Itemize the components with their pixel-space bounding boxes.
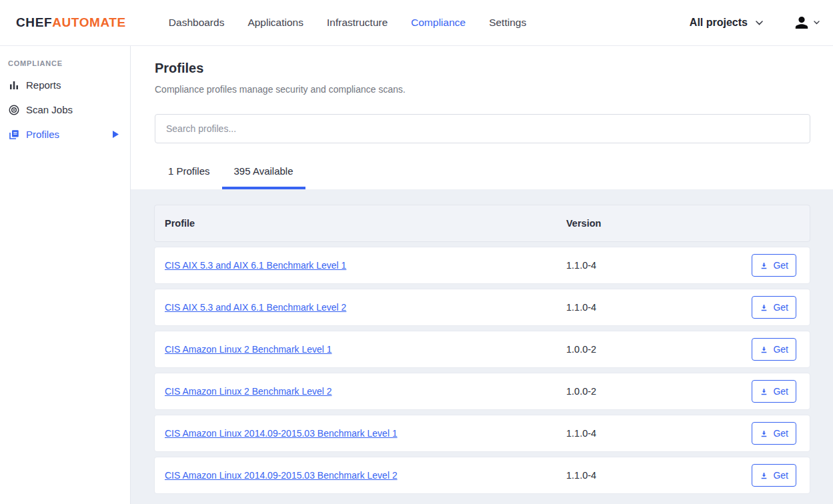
top-navigation: CHEFAUTOMATE Dashboards Applications Inf… bbox=[0, 0, 833, 46]
tab-label: 1 Profiles bbox=[168, 165, 210, 177]
sidebar-section-label: COMPLIANCE bbox=[0, 59, 130, 67]
search-input[interactable] bbox=[155, 114, 810, 143]
page-subtitle: Compliance profiles manage security and … bbox=[155, 84, 810, 95]
get-button-label: Get bbox=[773, 470, 788, 481]
user-menu[interactable] bbox=[794, 15, 820, 31]
get-button-label: Get bbox=[773, 428, 788, 439]
download-icon bbox=[760, 471, 768, 480]
bar-chart-icon bbox=[8, 79, 20, 91]
get-button-label: Get bbox=[773, 302, 788, 313]
get-profile-button[interactable]: Get bbox=[752, 380, 796, 403]
logo-automate-text: AUTOMATE bbox=[52, 15, 126, 30]
compliance-sidebar: COMPLIANCE Reports Scan Jobs Profiles bbox=[0, 46, 131, 504]
sidebar-item-scan-jobs[interactable]: Scan Jobs bbox=[0, 97, 130, 122]
radar-icon bbox=[8, 104, 20, 116]
profile-link[interactable]: CIS AIX 5.3 and AIX 6.1 Benchmark Level … bbox=[165, 302, 346, 313]
download-icon bbox=[760, 261, 768, 270]
logo-chef-text: CHEF bbox=[16, 15, 52, 30]
download-icon bbox=[760, 345, 768, 354]
sidebar-item-profiles[interactable]: Profiles bbox=[0, 122, 130, 147]
profile-version: 1.1.0-4 bbox=[566, 260, 752, 271]
nav-applications[interactable]: Applications bbox=[247, 17, 303, 29]
profile-link[interactable]: CIS AIX 5.3 and AIX 6.1 Benchmark Level … bbox=[165, 260, 346, 271]
get-profile-button[interactable]: Get bbox=[752, 464, 796, 487]
download-icon bbox=[760, 387, 768, 396]
profile-link[interactable]: CIS Amazon Linux 2014.09-2015.03 Benchma… bbox=[165, 428, 397, 439]
tab-label: 395 Available bbox=[234, 165, 293, 177]
get-button-label: Get bbox=[773, 386, 788, 397]
projects-filter-label: All projects bbox=[690, 17, 748, 29]
chevron-down-icon bbox=[814, 21, 820, 25]
get-profile-button[interactable]: Get bbox=[752, 254, 796, 277]
table-row: CIS Amazon Linux 2014.09-2015.03 Benchma… bbox=[154, 457, 810, 494]
page-header: Profiles Compliance profiles manage secu… bbox=[131, 46, 833, 189]
download-icon bbox=[760, 429, 768, 438]
documents-icon bbox=[8, 129, 20, 141]
profile-version: 1.0.0-2 bbox=[566, 386, 752, 397]
profile-link[interactable]: CIS Amazon Linux 2 Benchmark Level 1 bbox=[165, 344, 332, 355]
profile-version: 1.1.0-4 bbox=[566, 428, 752, 439]
nav-settings[interactable]: Settings bbox=[489, 17, 526, 29]
get-button-label: Get bbox=[773, 344, 788, 355]
page-title: Profiles bbox=[155, 61, 810, 76]
get-profile-button[interactable]: Get bbox=[752, 296, 796, 319]
main-content: Profiles Compliance profiles manage secu… bbox=[131, 46, 833, 504]
profiles-tabs: 1 Profiles 395 Available bbox=[155, 155, 810, 189]
table-row: CIS AIX 5.3 and AIX 6.1 Benchmark Level … bbox=[154, 247, 810, 284]
profiles-table-area: Profile Version CIS AIX 5.3 and AIX 6.1 … bbox=[131, 189, 833, 504]
get-button-label: Get bbox=[773, 260, 788, 271]
primary-nav: Dashboards Applications Infrastructure C… bbox=[169, 17, 526, 29]
triangle-right-icon bbox=[113, 131, 119, 138]
profile-link[interactable]: CIS Amazon Linux 2014.09-2015.03 Benchma… bbox=[165, 470, 397, 481]
profile-version: 1.1.0-4 bbox=[566, 470, 752, 481]
profile-version: 1.1.0-4 bbox=[566, 302, 752, 313]
table-row: CIS Amazon Linux 2014.09-2015.03 Benchma… bbox=[154, 415, 810, 452]
get-profile-button[interactable]: Get bbox=[752, 422, 796, 445]
table-header-row: Profile Version bbox=[154, 205, 810, 242]
table-row: CIS Amazon Linux 2 Benchmark Level 2 1.0… bbox=[154, 373, 810, 410]
get-profile-button[interactable]: Get bbox=[752, 338, 796, 361]
nav-compliance[interactable]: Compliance bbox=[411, 17, 466, 29]
table-row: CIS AIX 5.3 and AIX 6.1 Benchmark Level … bbox=[154, 289, 810, 326]
nav-right-controls: All projects bbox=[690, 15, 820, 31]
column-header-version: Version bbox=[566, 218, 796, 229]
sidebar-item-reports[interactable]: Reports bbox=[0, 73, 130, 97]
chef-automate-logo: CHEFAUTOMATE bbox=[16, 15, 126, 30]
download-icon bbox=[760, 303, 768, 312]
tab-available-profiles[interactable]: 395 Available bbox=[222, 155, 305, 189]
table-row: CIS Amazon Linux 2 Benchmark Level 1 1.0… bbox=[154, 331, 810, 368]
nav-dashboards[interactable]: Dashboards bbox=[169, 17, 225, 29]
tab-my-profiles[interactable]: 1 Profiles bbox=[156, 155, 222, 189]
sidebar-item-label: Scan Jobs bbox=[26, 104, 73, 115]
profile-version: 1.0.0-2 bbox=[566, 344, 752, 355]
projects-filter-dropdown[interactable]: All projects bbox=[690, 17, 763, 29]
column-header-profile: Profile bbox=[165, 218, 566, 229]
nav-infrastructure[interactable]: Infrastructure bbox=[327, 17, 387, 29]
user-avatar-icon bbox=[794, 15, 810, 31]
profile-link[interactable]: CIS Amazon Linux 2 Benchmark Level 2 bbox=[165, 386, 332, 397]
sidebar-item-label: Reports bbox=[26, 79, 61, 91]
chevron-down-icon bbox=[756, 21, 763, 25]
sidebar-item-label: Profiles bbox=[26, 129, 59, 140]
